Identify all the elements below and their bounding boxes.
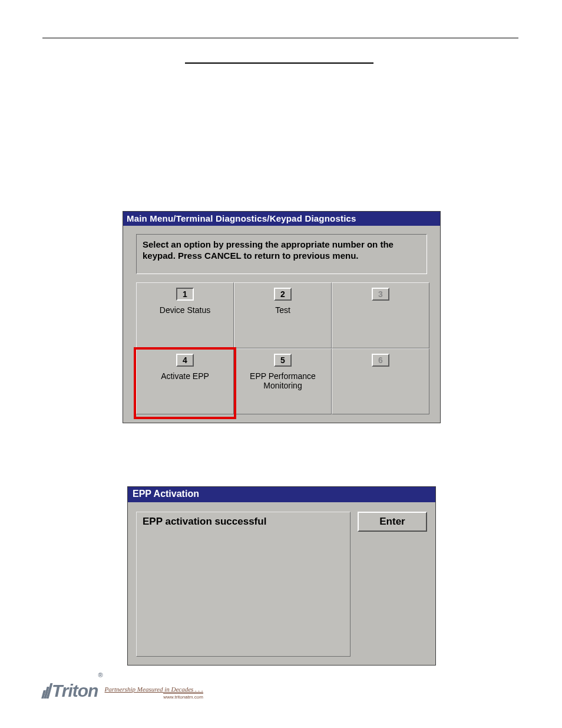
keypad-diagnostics-body: Select an option by pressing the appropr… [123, 226, 440, 414]
triton-brand-text: Triton [52, 681, 98, 700]
triton-tagline-block: Partnership Measured in Decades . . . ww… [105, 686, 203, 700]
triton-url: www.tritonatm.com [163, 693, 203, 700]
registered-symbol: ® [98, 671, 102, 678]
option-cell-6: 6 [332, 348, 429, 414]
option-2-label: Test [234, 305, 331, 315]
option-2-button[interactable]: 2 [274, 288, 292, 301]
option-3-button: 3 [372, 288, 389, 301]
option-5-button[interactable]: 5 [274, 354, 292, 367]
epp-activation-body: EPP activation successful Enter [128, 502, 435, 666]
option-5-label: EPP Performance Monitoring [234, 371, 331, 391]
option-cell-5[interactable]: 5 EPP Performance Monitoring [234, 348, 332, 414]
option-1-button[interactable]: 1 [176, 288, 194, 301]
triton-tagline: Partnership Measured in Decades . . . [105, 686, 203, 693]
option-4-label: Activate EPP [137, 371, 233, 381]
option-6-button: 6 [372, 354, 389, 367]
epp-activation-titlebar: EPP Activation [128, 487, 435, 502]
option-4-button[interactable]: 4 [176, 354, 194, 367]
triton-brand: Triton® [44, 681, 103, 701]
option-cell-3: 3 [332, 282, 429, 348]
triton-bars-icon [42, 683, 52, 699]
option-cell-2[interactable]: 2 Test [234, 282, 332, 348]
triton-footer-logo: Triton® Partnership Measured in Decades … [44, 681, 203, 701]
keypad-diagnostics-titlebar: Main Menu/Terminal Diagnostics/Keypad Di… [123, 212, 440, 226]
keypad-options-grid: 1 Device Status 2 Test 3 4 Activate EPP … [136, 282, 429, 414]
option-1-label: Device Status [137, 305, 233, 315]
option-cell-1[interactable]: 1 Device Status [136, 282, 234, 348]
epp-activation-window: EPP Activation EPP activation successful… [127, 486, 436, 666]
enter-button[interactable]: Enter [358, 512, 427, 532]
epp-activation-message: EPP activation successful [136, 512, 351, 657]
keypad-instructions: Select an option by pressing the appropr… [136, 234, 427, 274]
section-heading-underline [185, 62, 373, 64]
page-top-rule [42, 38, 518, 38]
keypad-diagnostics-window: Main Menu/Terminal Diagnostics/Keypad Di… [123, 211, 441, 423]
option-cell-4[interactable]: 4 Activate EPP [136, 348, 234, 414]
